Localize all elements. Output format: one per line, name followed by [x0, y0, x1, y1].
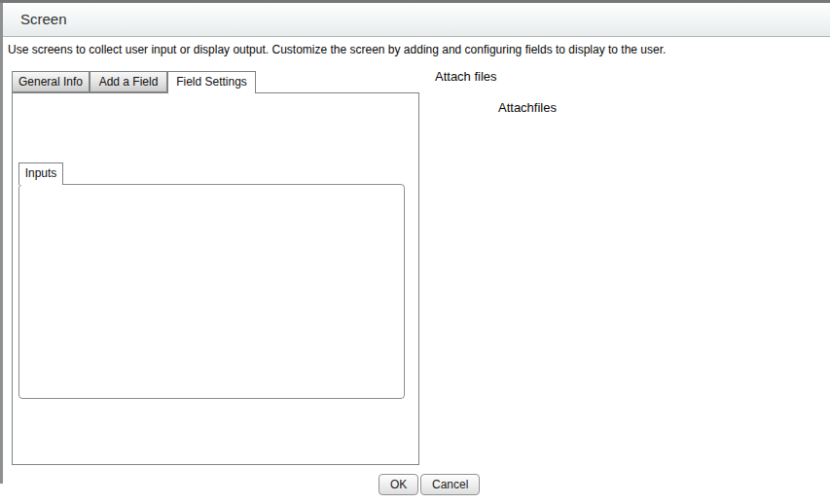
preview-field-name: Attachfiles — [498, 100, 557, 115]
dialog-description: Use screens to collect user input or dis… — [8, 43, 823, 56]
inputs-panel — [18, 184, 405, 399]
preview-field-label: Attach files — [435, 69, 497, 84]
tab-field-settings[interactable]: Field Settings — [167, 71, 256, 93]
dialog-header: Screen — [3, 3, 830, 37]
cancel-button[interactable]: Cancel — [420, 474, 480, 495]
ok-button[interactable]: OK — [379, 474, 418, 495]
tab-add-a-field[interactable]: Add a Field — [90, 71, 167, 92]
dialog-left-border — [0, 3, 3, 484]
subtab-inputs[interactable]: Inputs — [18, 162, 63, 185]
screen-dialog: Screen Use screens to collect user input… — [0, 0, 830, 504]
dialog-title: Screen — [20, 3, 67, 36]
tab-general-info[interactable]: General Info — [12, 71, 90, 92]
